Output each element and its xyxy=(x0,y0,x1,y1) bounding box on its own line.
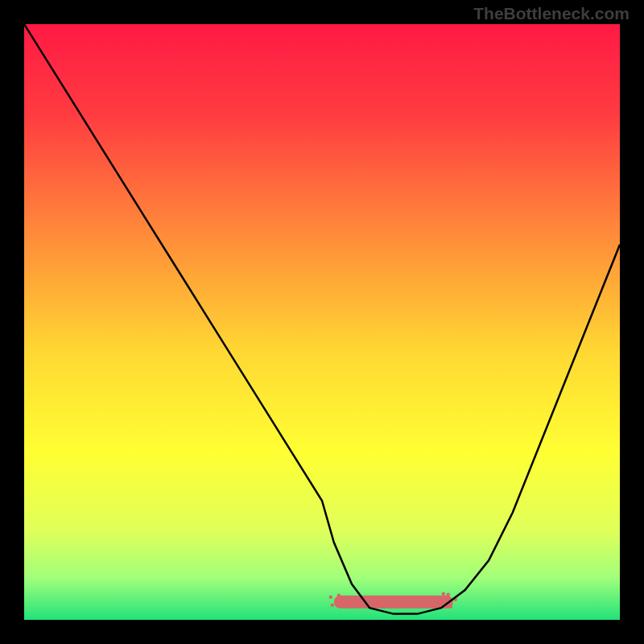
plot-area xyxy=(24,24,620,620)
watermark-text: TheBottleneck.com xyxy=(473,4,630,23)
chart-svg xyxy=(24,24,620,620)
svg-point-1 xyxy=(329,596,332,599)
svg-point-3 xyxy=(337,594,341,597)
svg-point-7 xyxy=(442,592,445,596)
svg-point-4 xyxy=(447,593,450,597)
chart-background xyxy=(24,24,620,620)
svg-point-2 xyxy=(331,604,334,607)
svg-point-5 xyxy=(449,605,452,609)
svg-rect-0 xyxy=(334,596,453,609)
